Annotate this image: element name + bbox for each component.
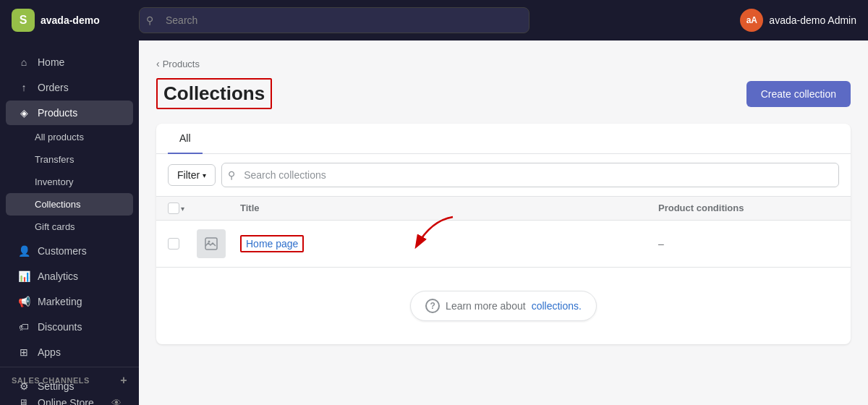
learn-more-pill: ? Learn more about collections.: [410, 291, 597, 321]
sidebar-item-label: All products: [35, 132, 84, 142]
sidebar-item-home[interactable]: ⌂ Home: [6, 50, 133, 74]
sidebar-item-settings[interactable]: ⚙ Settings: [6, 374, 133, 398]
marketing-icon: 📢: [17, 295, 30, 308]
page-title: Collections: [156, 78, 272, 109]
sidebar-item-label: Settings: [38, 380, 75, 392]
top-navigation: S avada-demo ⚲ aA avada-demo Admin: [0, 0, 868, 40]
table-body: Home page –: [156, 221, 851, 268]
row-checkbox[interactable]: [168, 238, 179, 250]
image-icon: [204, 236, 218, 251]
sidebar-item-analytics[interactable]: 📊 Analytics: [6, 264, 133, 289]
th-title: Title: [240, 202, 658, 214]
search-collections-input[interactable]: [238, 166, 833, 184]
sidebar: ⌂ Home ↑ Orders ◈ Products All products …: [0, 40, 139, 405]
chevron-down-icon: ▾: [203, 171, 206, 179]
sidebar-item-gift-cards[interactable]: Gift cards: [6, 216, 133, 238]
sidebar-item-label: Apps: [38, 346, 61, 358]
row-thumbnail: [197, 229, 240, 258]
sidebar-item-label: Analytics: [38, 270, 78, 282]
analytics-icon: 📊: [17, 270, 30, 283]
sidebar-item-all-products[interactable]: All products: [6, 126, 133, 148]
th-image: [197, 202, 240, 214]
sidebar-item-label: Inventory: [35, 176, 73, 187]
header-checkbox[interactable]: [168, 202, 179, 214]
tabs-bar: All: [156, 124, 851, 154]
sidebar-item-label: Discounts: [38, 321, 82, 333]
main-content: ‹ Products Collections Create collection…: [139, 40, 868, 405]
settings-icon: ⚙: [17, 380, 30, 393]
sidebar-item-products[interactable]: ◈ Products: [6, 101, 133, 125]
tab-all[interactable]: All: [168, 124, 203, 154]
sidebar-item-label: Products: [38, 107, 77, 119]
collection-thumbnail: [197, 229, 226, 258]
back-arrow-icon: ‹: [156, 58, 160, 69]
username: avada-demo Admin: [769, 14, 856, 26]
sidebar-item-label: Marketing: [38, 296, 82, 307]
collection-title-link[interactable]: Home page: [240, 235, 304, 252]
th-conditions: Product conditions: [658, 202, 839, 214]
create-collection-button[interactable]: Create collection: [746, 81, 851, 107]
collections-card: All Filter ▾ ⚲ ▾ Title: [156, 124, 851, 344]
sidebar-item-label: Customers: [38, 245, 87, 257]
sidebar-item-inventory[interactable]: Inventory: [6, 171, 133, 193]
store-name: avada-demo: [41, 14, 100, 26]
header-checkbox-chevron[interactable]: ▾: [181, 205, 184, 213]
search-collections-wrap: ⚲: [221, 163, 839, 187]
customers-icon: 👤: [17, 244, 30, 257]
sidebar-item-label: Home: [38, 56, 64, 68]
toolbar: Filter ▾ ⚲: [156, 154, 851, 197]
sidebar-item-label: Collections: [35, 199, 81, 210]
table-header: ▾ Title Product conditions: [156, 197, 851, 221]
search-input[interactable]: [139, 7, 529, 33]
sidebar-item-collections[interactable]: Collections: [6, 193, 133, 216]
topnav-right: aA avada-demo Admin: [740, 9, 856, 32]
sidebar-item-orders[interactable]: ↑ Orders: [6, 75, 133, 100]
breadcrumb-link[interactable]: Products: [163, 59, 200, 69]
shopify-icon: S: [12, 9, 35, 32]
table-row: Home page –: [156, 221, 851, 268]
row-title: Home page: [240, 235, 658, 252]
discounts-icon: 🏷: [17, 320, 30, 333]
learn-more-text: Learn more about: [446, 300, 526, 312]
search-bar: ⚲: [139, 7, 529, 33]
search-icon: ⚲: [146, 14, 153, 26]
filter-label: Filter: [177, 169, 200, 181]
help-icon: ?: [425, 299, 440, 313]
filter-button[interactable]: Filter ▾: [168, 164, 216, 186]
search-collections-icon: ⚲: [228, 169, 235, 181]
learn-more-section: ? Learn more about collections.: [156, 268, 851, 344]
breadcrumb: ‹ Products: [156, 58, 851, 69]
orders-icon: ↑: [17, 81, 30, 94]
sidebar-item-marketing[interactable]: 📢 Marketing: [6, 289, 133, 314]
store-logo[interactable]: S avada-demo: [12, 9, 127, 32]
products-icon: ◈: [17, 106, 30, 119]
sidebar-item-transfers[interactable]: Transfers: [6, 148, 133, 171]
sidebar-item-label: Orders: [38, 82, 69, 93]
page-header: Collections Create collection: [156, 78, 851, 109]
sidebar-item-apps[interactable]: ⊞ Apps: [6, 340, 133, 364]
sidebar-item-label: Gift cards: [35, 221, 75, 232]
avatar[interactable]: aA: [740, 9, 763, 32]
sidebar-item-label: Transfers: [35, 154, 74, 165]
collections-link[interactable]: collections.: [532, 300, 582, 312]
sidebar-item-discounts[interactable]: 🏷 Discounts: [6, 315, 133, 339]
sidebar-item-customers[interactable]: 👤 Customers: [6, 239, 133, 263]
apps-icon: ⊞: [17, 346, 30, 359]
row-conditions: –: [658, 238, 839, 250]
home-icon: ⌂: [17, 56, 30, 69]
